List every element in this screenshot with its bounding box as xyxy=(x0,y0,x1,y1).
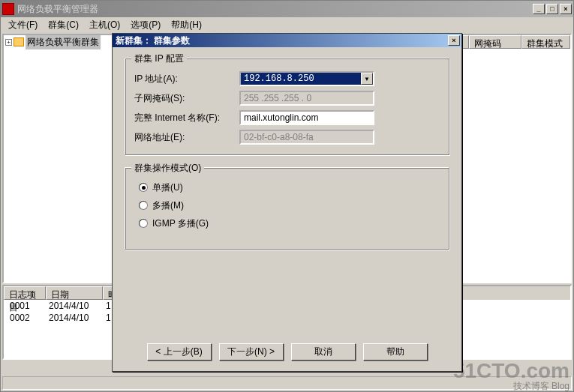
group-mode-legend: 群集操作模式(O) xyxy=(131,162,204,175)
chevron-down-icon[interactable]: ▼ xyxy=(361,73,373,85)
tree-pane[interactable]: + 网络负载平衡群集 xyxy=(2,34,113,283)
ip-address-combo[interactable]: 192.168.8.250 ▼ xyxy=(239,71,374,86)
cluster-icon xyxy=(14,37,24,46)
maximize-button[interactable]: □ xyxy=(546,4,558,14)
log-date: 2014/4/10 xyxy=(46,300,103,312)
main-title: 网络负载平衡管理器 xyxy=(17,3,533,16)
radio-igmp[interactable] xyxy=(139,219,148,228)
fqdn-input[interactable] xyxy=(239,110,374,125)
radio-unicast-row[interactable]: 单播(U) xyxy=(134,178,440,196)
menu-file[interactable]: 文件(F) xyxy=(4,17,42,33)
dialog-body: 群集 IP 配置 IP 地址(A): 192.168.8.250 ▼ 子网掩码(… xyxy=(113,47,461,371)
close-button[interactable]: × xyxy=(560,4,572,14)
radio-multicast-row[interactable]: 多播(M) xyxy=(134,196,440,214)
menu-host[interactable]: 主机(O) xyxy=(85,17,125,33)
radio-multicast[interactable] xyxy=(139,201,148,210)
window-buttons: _ □ × xyxy=(533,4,572,14)
col-mode[interactable]: 群集模式 xyxy=(521,35,570,49)
minimize-button[interactable]: _ xyxy=(533,4,545,14)
dialog-close-button[interactable]: × xyxy=(448,35,460,46)
help-button[interactable]: 帮助 xyxy=(363,343,428,361)
tree-root-label: 网络负载平衡群集 xyxy=(26,35,101,49)
log-col-item[interactable]: 日志项目 xyxy=(4,286,46,300)
menubar: 文件(F) 群集(C) 主机(O) 选项(P) 帮助(H) xyxy=(1,17,573,32)
col-netmask[interactable]: 网掩码 xyxy=(469,35,521,49)
dialog-title: 新群集： 群集参数 xyxy=(114,34,448,47)
app-icon xyxy=(2,3,14,15)
tree-root-row[interactable]: + 网络负载平衡群集 xyxy=(4,35,112,49)
mac-value: 02-bf-c0-a8-08-fa xyxy=(244,132,314,142)
statusbar xyxy=(2,376,572,390)
subnet-input: 255 .255 .255 . 0 xyxy=(239,91,374,106)
group-ip-config: 群集 IP 配置 IP 地址(A): 192.168.8.250 ▼ 子网掩码(… xyxy=(125,58,449,155)
log-col-date[interactable]: 日期 xyxy=(46,286,103,300)
expand-icon[interactable]: + xyxy=(5,39,12,46)
subnet-value: 255 .255 .255 . 0 xyxy=(244,93,311,103)
radio-igmp-label: IGMP 多播(G) xyxy=(152,217,209,230)
next-button[interactable]: 下一步(N) > xyxy=(219,343,284,361)
cancel-button[interactable]: 取消 xyxy=(291,343,356,361)
ip-address-value: 192.168.8.250 xyxy=(241,73,361,84)
group-ip-legend: 群集 IP 配置 xyxy=(131,52,187,65)
ip-label: IP 地址(A): xyxy=(134,73,239,85)
dialog-button-row: < 上一步(B) 下一步(N) > 取消 帮助 xyxy=(113,343,461,361)
log-id: 0001 xyxy=(7,300,46,312)
radio-igmp-row[interactable]: IGMP 多播(G) xyxy=(134,214,440,232)
mac-label: 网络地址(E): xyxy=(134,131,239,144)
radio-unicast[interactable] xyxy=(139,183,148,192)
radio-multicast-label: 多播(M) xyxy=(152,199,184,212)
menu-cluster[interactable]: 群集(C) xyxy=(44,17,83,33)
new-cluster-dialog: 新群集： 群集参数 × 群集 IP 配置 IP 地址(A): 192.168.8… xyxy=(112,33,462,372)
menu-help[interactable]: 帮助(H) xyxy=(167,17,206,33)
group-mode: 群集操作模式(O) 单播(U) 多播(M) IGMP 多播(G) xyxy=(125,167,449,250)
fqdn-label: 完整 Internet 名称(F): xyxy=(134,112,239,124)
main-titlebar: 网络负载平衡管理器 _ □ × xyxy=(1,1,573,17)
radio-unicast-label: 单播(U) xyxy=(152,181,183,194)
log-id: 0002 xyxy=(7,312,46,324)
log-date: 2014/4/10 xyxy=(46,312,103,324)
subnet-label: 子网掩码(S): xyxy=(134,92,239,105)
dialog-titlebar: 新群集： 群集参数 × xyxy=(113,34,461,47)
back-button[interactable]: < 上一步(B) xyxy=(147,343,212,361)
menu-options[interactable]: 选项(P) xyxy=(126,17,165,33)
mac-input: 02-bf-c0-a8-08-fa xyxy=(239,130,374,145)
